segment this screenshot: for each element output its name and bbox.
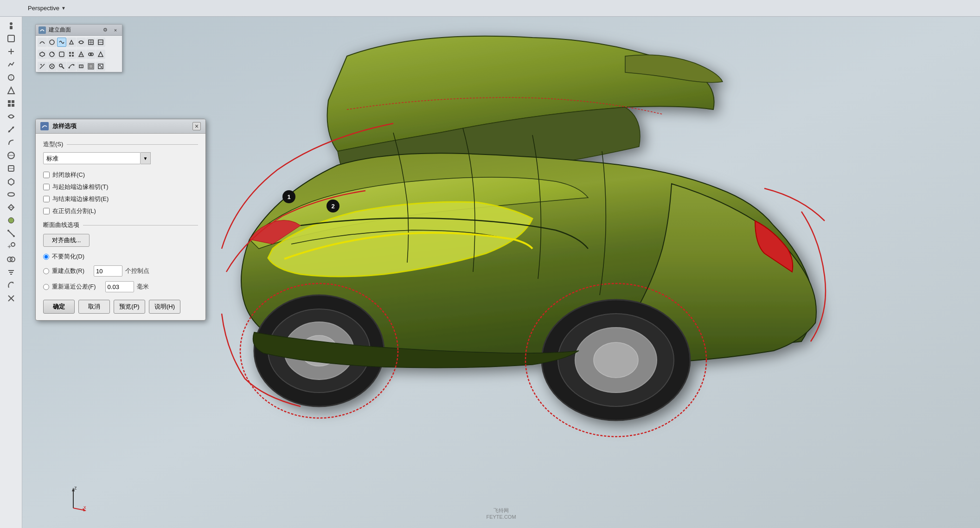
surface-tool-6[interactable]	[86, 38, 96, 47]
surface-tool-9[interactable]	[47, 50, 57, 59]
surface-tool-20[interactable]	[86, 62, 96, 71]
toolbar-btn-12[interactable]	[3, 162, 19, 174]
svg-point-13	[8, 130, 10, 132]
surface-tool-10[interactable]	[57, 50, 66, 59]
preview-button[interactable]: 预览(P)	[114, 300, 145, 314]
svg-text:+: +	[7, 243, 11, 250]
svg-point-60	[90, 53, 93, 56]
checkbox-closed-loft-input[interactable]	[43, 172, 50, 178]
tolerance-unit: 毫米	[137, 283, 149, 291]
surface-panel-settings[interactable]: ⚙	[102, 26, 109, 34]
control-points-unit: 个控制点	[125, 267, 149, 275]
svg-marker-51	[40, 52, 45, 57]
checkbox-split-tangent: 在正切点分割(L)	[43, 207, 198, 215]
svg-point-14	[12, 127, 14, 129]
surface-tool-17[interactable]	[57, 62, 66, 71]
surface-tool-16[interactable]	[47, 62, 57, 71]
radio-no-simplify-input[interactable]	[43, 254, 49, 260]
surface-tool-8[interactable]	[38, 50, 47, 59]
radio-no-simplify: 不要简化(D)	[43, 252, 198, 261]
toolbar-btn-7[interactable]	[3, 97, 19, 109]
help-button[interactable]: 说明(H)	[149, 300, 180, 314]
viewport-label[interactable]: Perspective	[28, 5, 59, 12]
svg-text:x: x	[83, 504, 86, 510]
radio-tolerance-input[interactable]	[43, 284, 49, 290]
ok-button[interactable]: 确定	[43, 300, 75, 314]
toolbar-btn-9[interactable]	[3, 123, 19, 135]
svg-text:1: 1	[287, 193, 290, 200]
toolbar-btn-6[interactable]	[3, 84, 19, 97]
surface-tool-15[interactable]	[38, 62, 47, 71]
toolbar-btn-3[interactable]	[3, 45, 19, 58]
surface-tool-11[interactable]	[67, 50, 76, 59]
svg-point-24	[13, 235, 15, 237]
svg-rect-70	[89, 64, 93, 68]
toolbar-btn-10[interactable]	[3, 136, 19, 148]
toolbar-btn-1[interactable]	[3, 19, 19, 32]
viewport-dropdown-arrow[interactable]: ▼	[61, 6, 66, 11]
cross-section-label: 断面曲线选项	[43, 221, 198, 229]
surface-tool-1[interactable]	[38, 38, 47, 47]
checkbox-tangent-start-label: 与起始端边缘相切(T)	[52, 183, 109, 191]
surface-tool-5[interactable]	[77, 38, 86, 47]
svg-rect-10	[8, 104, 11, 107]
toolbar-btn-5[interactable]	[3, 71, 19, 84]
style-select[interactable]: 标准 直线段 均匀 不均匀	[43, 152, 141, 164]
loft-dialog-close-button[interactable]: ×	[192, 122, 201, 130]
toolbar-btn-17[interactable]	[3, 227, 19, 239]
toolbar-btn-16[interactable]	[3, 214, 19, 226]
svg-point-23	[7, 230, 9, 232]
svg-rect-55	[72, 52, 74, 54]
style-dropdown-arrow[interactable]: ▼	[141, 152, 151, 164]
surface-panel-close[interactable]: ×	[112, 26, 119, 34]
toolbar-btn-15[interactable]	[3, 201, 19, 213]
toolbar-btn-18[interactable]: +	[3, 240, 19, 252]
checkbox-tangent-end-input[interactable]	[43, 196, 50, 202]
svg-point-67	[73, 64, 75, 66]
toolbar-btn-rotate[interactable]	[3, 279, 19, 291]
tolerance-input[interactable]	[105, 281, 134, 292]
surface-tool-18[interactable]	[67, 62, 76, 71]
toolbar-btn-scale[interactable]	[3, 292, 19, 304]
surface-tool-3[interactable]	[57, 38, 66, 47]
svg-rect-9	[12, 100, 14, 103]
viewport[interactable]: 1 2 建立曲面 ⚙ ×	[22, 17, 980, 528]
svg-rect-73	[101, 66, 102, 68]
svg-rect-57	[72, 55, 74, 57]
toolbar-btn-14[interactable]	[3, 188, 19, 200]
surface-tool-12[interactable]	[77, 50, 86, 59]
svg-line-65	[62, 66, 64, 69]
toolbar-btn-11[interactable]	[3, 149, 19, 161]
svg-rect-8	[8, 100, 11, 103]
surface-tool-19[interactable]	[77, 62, 86, 71]
radio-rebuild-points-input[interactable]	[43, 268, 49, 274]
toolbar-btn-19[interactable]	[3, 253, 19, 265]
surface-tool-2[interactable]	[47, 38, 57, 47]
loft-dialog-icon	[40, 122, 49, 130]
checkbox-tangent-start: 与起始端边缘相切(T)	[43, 183, 198, 191]
toolbar-btn-20[interactable]	[3, 266, 19, 278]
svg-marker-19	[8, 179, 14, 185]
surface-tool-4[interactable]	[67, 38, 76, 47]
surface-panel-icon	[38, 26, 46, 34]
svg-marker-61	[98, 52, 103, 57]
surface-tool-7[interactable]	[96, 38, 105, 47]
align-curve-button[interactable]: 对齐曲线...	[43, 234, 90, 247]
cancel-button[interactable]: 取消	[78, 300, 110, 314]
svg-text:z: z	[74, 485, 77, 490]
control-points-input[interactable]	[94, 265, 122, 277]
style-dropdown-row: 标准 直线段 均匀 不均匀 ▼	[43, 152, 198, 164]
checkbox-tangent-end: 与结束端边缘相切(E)	[43, 195, 198, 203]
checkbox-tangent-start-input[interactable]	[43, 184, 50, 190]
toolbar-btn-8[interactable]	[3, 110, 19, 122]
surface-tool-21[interactable]	[96, 62, 105, 71]
checkbox-split-tangent-input[interactable]	[43, 208, 50, 214]
toolbar-btn-13[interactable]	[3, 175, 19, 187]
radio-rebuild-points: 重建点数(R) 个控制点	[43, 265, 198, 277]
toolbar-btn-4[interactable]	[3, 58, 19, 71]
toolbar-btn-2[interactable]	[3, 32, 19, 45]
surface-tool-14[interactable]	[96, 50, 105, 59]
checkbox-split-tangent-label: 在正切点分割(L)	[52, 207, 96, 215]
surface-tool-13[interactable]	[86, 50, 96, 59]
svg-rect-1	[10, 26, 13, 29]
